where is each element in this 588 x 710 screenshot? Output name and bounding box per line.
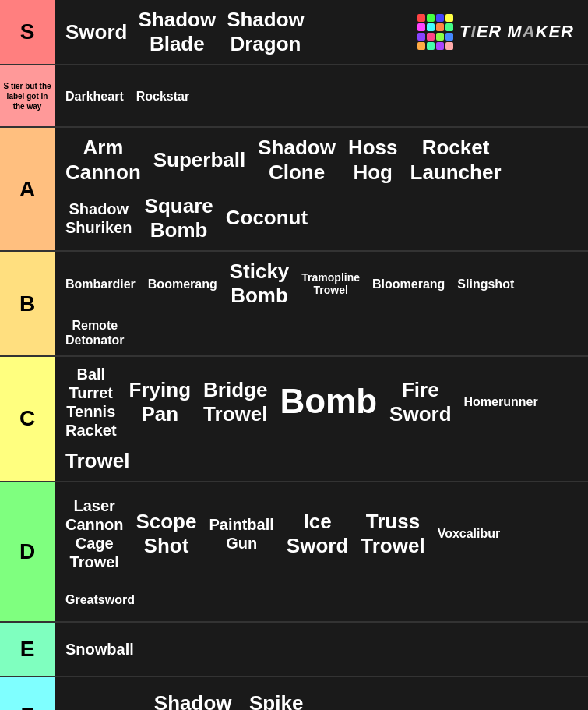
tier-row-a: A ArmCannon Superball ShadowClone HossHo… bbox=[0, 128, 588, 252]
item-truss-trowel: TrussTrowel bbox=[356, 507, 429, 561]
item-laser-cannon: LaserCannonCageTrowel bbox=[61, 493, 128, 574]
item-shadow-bomb: ShadowBomb bbox=[150, 688, 237, 710]
tier-content-s-note: Darkheart Rockstar bbox=[55, 65, 588, 126]
item-bomb: Bomb bbox=[275, 378, 382, 426]
item-rockstar: Rockstar bbox=[132, 86, 194, 107]
item-bridge-trowel: BridgeTrowel bbox=[199, 375, 272, 429]
item-greatsword: Greatsword bbox=[61, 589, 139, 610]
tier-row-f: F Brickbreaker ShadowBomb SpikeTrowel bbox=[0, 677, 588, 710]
item-superball: Superball bbox=[149, 145, 250, 175]
item-paintball-gun: PaintballGun bbox=[204, 512, 278, 556]
tier-content-f: Brickbreaker ShadowBomb SpikeTrowel bbox=[55, 677, 588, 710]
item-ball-turret: BallTurretTennisRacket bbox=[61, 362, 121, 443]
tier-label-b: B bbox=[0, 252, 55, 355]
tier-table: S Sword ShadowBlade ShadowDragon bbox=[0, 0, 588, 710]
item-shadow-shuriken: ShadowShuriken bbox=[61, 196, 137, 240]
tier-content-a: ArmCannon Superball ShadowClone HossHog … bbox=[55, 128, 588, 250]
logo-grid bbox=[417, 14, 453, 50]
tier-row-e: E Snowball bbox=[0, 623, 588, 677]
item-hoss-hog: HossHog bbox=[343, 132, 403, 187]
item-remote-detonator: RemoteDetonator bbox=[61, 315, 129, 351]
item-frying-pan: FryingPan bbox=[125, 375, 195, 429]
logo-text: TiER MaKER bbox=[459, 22, 574, 42]
tier-label-s: S bbox=[0, 0, 55, 64]
item-bloomerang: Bloomerang bbox=[368, 274, 449, 295]
tier-label-c: C bbox=[0, 357, 55, 481]
item-shadow-clone: ShadowClone bbox=[253, 132, 340, 187]
tiermaker-logo: TiER MaKER bbox=[417, 14, 582, 50]
item-darkheart: Darkheart bbox=[61, 86, 129, 107]
item-sticky-bomb: StickyBomb bbox=[225, 256, 294, 311]
tier-row-s-note: S tier but the label got in the way Dark… bbox=[0, 65, 588, 128]
tier-row-b: B Bombardier Boomerang StickyBomb Tramop… bbox=[0, 252, 588, 357]
tier-label-f: F bbox=[0, 677, 55, 710]
tier-row-d: D LaserCannonCageTrowel ScopeShot Paintb… bbox=[0, 482, 588, 623]
item-scope-shot: ScopeShot bbox=[131, 507, 201, 561]
item-trowel-c: Trowel bbox=[61, 446, 134, 476]
item-square-bomb: SquareBomb bbox=[140, 191, 218, 245]
item-sword: Sword bbox=[61, 17, 132, 48]
item-snowball: Snowball bbox=[61, 637, 139, 662]
tier-row-s: S Sword ShadowBlade ShadowDragon bbox=[0, 0, 588, 65]
item-tramopline-trowel: TramoplineTrowel bbox=[297, 268, 364, 301]
item-shadow-dragon: ShadowDragon bbox=[222, 5, 309, 59]
tier-content-d: LaserCannonCageTrowel ScopeShot Paintbal… bbox=[55, 482, 588, 621]
item-ice-sword: IceSword bbox=[282, 507, 353, 561]
item-boomerang-b: Boomerang bbox=[143, 274, 222, 295]
tier-label-d: D bbox=[0, 482, 55, 621]
item-rocket-launcher: RocketLauncher bbox=[406, 132, 506, 187]
tier-row-c: C BallTurretTennisRacket FryingPan Bridg… bbox=[0, 357, 588, 482]
tier-content-b: Bombardier Boomerang StickyBomb Tramopli… bbox=[55, 252, 588, 355]
tier-content-c: BallTurretTennisRacket FryingPan BridgeT… bbox=[55, 357, 588, 481]
tier-content-e: Snowball bbox=[55, 623, 588, 676]
tier-content-s: Sword ShadowBlade ShadowDragon bbox=[55, 0, 588, 64]
item-spike-trowel: SpikeTrowel bbox=[240, 688, 313, 710]
item-bombardier: Bombardier bbox=[61, 274, 140, 295]
s-items-wrap: Sword ShadowBlade ShadowDragon bbox=[61, 5, 309, 59]
item-arm-cannon: ArmCannon bbox=[61, 132, 146, 187]
item-homerunner: Homerunner bbox=[459, 391, 543, 412]
item-fire-sword: FireSword bbox=[385, 375, 456, 429]
tier-label-a: A bbox=[0, 128, 55, 250]
item-voxcalibur: Voxcalibur bbox=[433, 523, 505, 544]
item-coconut: Coconut bbox=[221, 203, 312, 233]
item-brickbreaker: Brickbreaker bbox=[61, 705, 146, 710]
item-shadow-blade: ShadowBlade bbox=[133, 5, 220, 59]
item-slingshot: Slingshot bbox=[452, 274, 519, 295]
tier-label-s-note: S tier but the label got in the way bbox=[0, 65, 55, 126]
tier-label-e: E bbox=[0, 623, 55, 676]
